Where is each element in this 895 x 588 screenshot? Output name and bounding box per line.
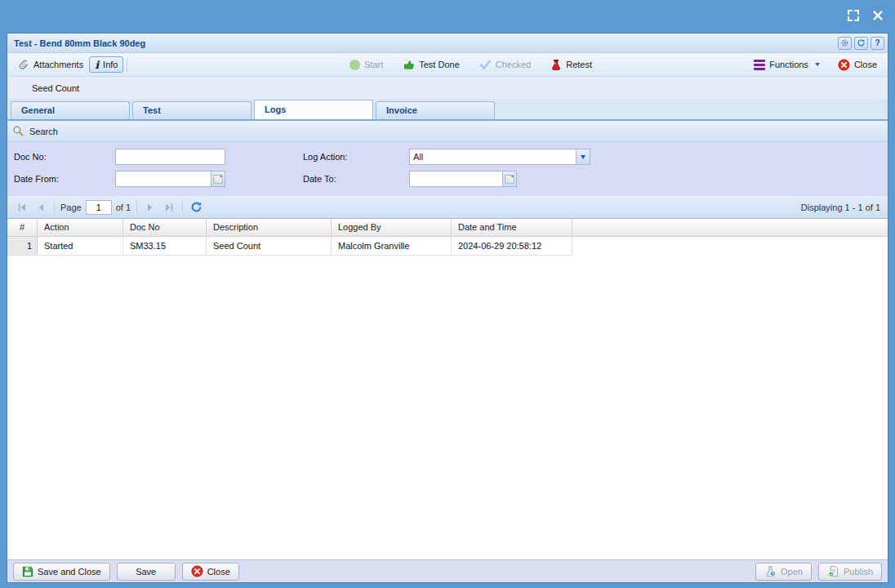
grid-header: # Action Doc No Description Logged By Da… — [7, 219, 888, 237]
menu-bars-icon — [754, 60, 765, 70]
logged-by-cell[interactable]: Malcolm Granville — [332, 237, 452, 256]
info-icon: i — [95, 60, 99, 69]
dialog-window: Test - Bend 80mm Black 90deg ? Attachmen… — [7, 33, 888, 583]
calendar-icon — [213, 174, 223, 184]
document-check-icon — [827, 565, 839, 577]
search-form: Doc No: Log Action: All Date From: Date … — [7, 142, 888, 196]
column-header-description[interactable]: Description — [207, 219, 332, 236]
doc-no-input[interactable] — [115, 149, 225, 165]
tab-general[interactable]: General — [11, 101, 130, 119]
tab-bar: General Test Logs Invoice — [7, 99, 888, 121]
window-chrome-controls — [846, 8, 885, 23]
checked-button[interactable]: Checked — [474, 56, 537, 74]
settings-gear-icon[interactable] — [838, 37, 852, 50]
help-icon[interactable]: ? — [871, 37, 884, 50]
doc-no-cell[interactable]: SM33.15 — [123, 237, 207, 256]
floppy-disk-icon — [22, 566, 33, 577]
table-row[interactable]: 1 Started SM33.15 Seed Count Malcolm Gra… — [7, 237, 888, 256]
start-button[interactable]: Start — [344, 56, 389, 74]
main-toolbar: Attachments i Info Start Test Done C — [7, 53, 888, 77]
column-header-logged-by[interactable]: Logged By — [332, 219, 452, 236]
save-label: Save — [136, 567, 156, 577]
retest-button[interactable]: Retest — [545, 56, 598, 74]
date-picker-trigger[interactable] — [502, 172, 516, 186]
grid-header-filler — [572, 219, 888, 236]
save-and-close-label: Save and Close — [38, 567, 101, 577]
displaying-status: Displaying 1 - 1 of 1 — [801, 203, 880, 212]
subtitle-row: Seed Count — [7, 77, 888, 99]
combo-trigger[interactable] — [576, 149, 590, 164]
save-and-close-button[interactable]: Save and Close — [13, 563, 110, 581]
publish-button[interactable]: Publish — [818, 563, 882, 581]
search-panel-header[interactable]: Search — [7, 121, 888, 142]
column-header-number[interactable]: # — [7, 219, 38, 236]
tab-test[interactable]: Test — [132, 101, 252, 119]
close-footer-button[interactable]: Close — [182, 563, 239, 581]
log-action-combo[interactable]: All — [409, 149, 590, 165]
check-icon — [479, 60, 492, 70]
start-label: Start — [364, 60, 383, 69]
date-from-field[interactable] — [115, 171, 225, 187]
paging-toolbar: Page of 1 Displaying 1 - 1 of 1 — [7, 196, 888, 219]
maximize-icon[interactable] — [846, 8, 861, 23]
date-to-input[interactable] — [410, 172, 502, 186]
footer-toolbar: Save and Close Save Close Open Publish — [7, 559, 888, 582]
pager-separator — [54, 201, 55, 214]
column-header-doc-no[interactable]: Doc No — [123, 219, 207, 236]
info-button[interactable]: i Info — [89, 56, 123, 73]
date-picker-trigger[interactable] — [211, 172, 225, 186]
flask-clock-icon — [764, 565, 777, 577]
flask-icon — [550, 59, 562, 71]
refresh-grid-icon[interactable] — [189, 200, 203, 215]
date-time-cell[interactable]: 2024-06-29 20:58:12 — [452, 237, 572, 256]
test-done-button[interactable]: Test Done — [397, 56, 465, 74]
chevron-down-icon — [581, 155, 586, 159]
search-panel-title: Search — [29, 127, 58, 136]
log-action-value: All — [410, 149, 576, 164]
paperclip-icon — [18, 59, 29, 70]
tab-invoice[interactable]: Invoice — [376, 101, 495, 119]
close-window-icon[interactable] — [871, 8, 885, 23]
close-x-icon — [191, 565, 203, 577]
attachments-label: Attachments — [33, 60, 83, 69]
publish-label: Publish — [844, 567, 873, 577]
page-of-text: of 1 — [116, 203, 131, 212]
description-cell[interactable]: Seed Count — [207, 237, 332, 256]
close-button[interactable]: Close — [832, 56, 883, 74]
search-icon — [12, 125, 24, 137]
last-page-icon[interactable] — [162, 200, 176, 215]
date-to-field[interactable] — [409, 171, 517, 187]
save-button[interactable]: Save — [117, 563, 176, 581]
column-header-action[interactable]: Action — [38, 219, 123, 236]
dialog-titlebar: Test - Bend 80mm Black 90deg ? — [7, 33, 888, 53]
refresh-icon[interactable] — [854, 37, 868, 50]
dialog-title: Test - Bend 80mm Black 90deg — [14, 38, 145, 48]
retest-label: Retest — [566, 60, 592, 69]
grid-empty-area — [7, 256, 888, 559]
attachments-button[interactable]: Attachments — [12, 56, 89, 74]
next-page-icon[interactable] — [143, 200, 158, 215]
page-number-input[interactable] — [86, 200, 112, 215]
calendar-icon — [505, 174, 514, 184]
chevron-down-icon — [815, 63, 820, 66]
date-from-input[interactable] — [116, 172, 211, 186]
close-x-icon — [838, 59, 850, 71]
test-done-label: Test Done — [419, 60, 460, 69]
column-header-date-time[interactable]: Date and Time — [452, 219, 572, 236]
toolbar-separator — [127, 57, 127, 72]
page-label: Page — [60, 203, 82, 212]
pager-separator — [182, 201, 183, 214]
tab-logs[interactable]: Logs — [254, 100, 373, 119]
date-from-label: Date From: — [14, 171, 59, 187]
checked-label: Checked — [496, 60, 531, 69]
open-button[interactable]: Open — [755, 563, 812, 581]
prev-page-icon[interactable] — [33, 200, 48, 215]
action-cell[interactable]: Started — [38, 237, 123, 256]
functions-button[interactable]: Functions — [748, 56, 826, 74]
thumbs-up-icon — [403, 59, 415, 71]
row-number-cell[interactable]: 1 — [7, 237, 38, 256]
functions-label: Functions — [769, 60, 808, 69]
log-action-label: Log Action: — [303, 149, 347, 165]
first-page-icon[interactable] — [15, 200, 29, 215]
pager-separator — [136, 201, 137, 214]
